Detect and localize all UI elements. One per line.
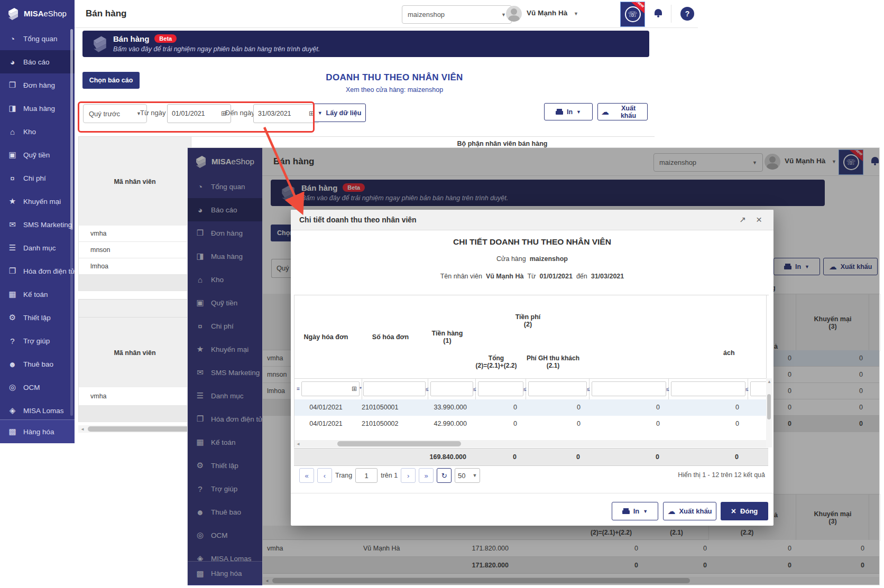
filter-op-lte[interactable]: ≤ (587, 386, 590, 392)
store-select[interactable]: maizenshop▼ (402, 5, 512, 24)
filter-op-equals[interactable]: = (297, 386, 300, 392)
to-value: 31/03/2021 (591, 273, 624, 280)
employee-value: Vũ Mạnh Hà (486, 273, 524, 280)
help-button[interactable]: ? (680, 7, 694, 21)
chevron-down-icon: ▼ (574, 11, 578, 16)
last-page-button[interactable]: » (419, 468, 434, 483)
calendar-icon[interactable]: ⊞ (352, 385, 357, 393)
scroll-left-icon[interactable]: ◄ (296, 442, 300, 446)
sidebar-item-bao-cao[interactable]: ◕Báo cáo (0, 50, 75, 73)
beta-banner[interactable]: Bán hàngBeta Bấm vào đây để trải nghiệm … (82, 31, 649, 57)
sidebar-item-ke-toan[interactable]: ▦Kế toán (0, 283, 75, 306)
export-button[interactable]: ☁Xuất khẩu (597, 103, 648, 120)
sidebar-item-tro-giup[interactable]: ?Trợ giúp (0, 329, 75, 352)
sidebar-item-quy-tien[interactable]: ▣Quỹ tiền (0, 143, 75, 166)
to-date-input[interactable]: 31/03/2021⊞ (253, 104, 319, 123)
table-total-row (78, 275, 190, 291)
modal-titlebar[interactable]: Chi tiết doanh thu theo nhân viên ↗ × (291, 210, 774, 230)
table-row[interactable]: vmha (78, 226, 190, 242)
sidebar-item-hang-hoa[interactable]: ▩Hàng hóa (0, 419, 75, 443)
filter-op-lte[interactable]: ≤ (745, 386, 749, 392)
filter-input-cut[interactable] (750, 381, 769, 396)
cell-invoice-date: 04/01/2021 (294, 416, 357, 432)
modal-store-line: Cửa hàng maizenshop (291, 255, 774, 263)
cart-icon: ◨ (8, 104, 17, 113)
page-size-select[interactable]: 50▼ (455, 468, 480, 483)
filter-input-amount[interactable] (430, 381, 474, 396)
invoice-row[interactable]: 04/01/2021 2101050002 42.990.000 0 0 0 0 (294, 416, 766, 433)
from-date-input[interactable]: 01/01/2021⊞ (167, 104, 231, 123)
prev-page-button[interactable]: ‹ (317, 468, 332, 483)
modal-vertical-scrollbar[interactable]: ▲ (766, 378, 772, 447)
table-row[interactable]: vmha (78, 387, 190, 406)
beta-badge: Beta (154, 34, 177, 43)
page-number-input[interactable]: 1 (355, 468, 377, 483)
col-header-amount: Tiền hàng(1) (423, 295, 472, 379)
sidebar-item-chi-phi[interactable]: ¤Chi phí (0, 166, 75, 190)
filter-input-invoice[interactable] (363, 381, 426, 396)
first-page-button[interactable]: « (299, 468, 314, 483)
filter-input-date[interactable]: ⊞ (301, 381, 360, 396)
sidebar-item-don-hang[interactable]: ❒Đơn hàng (0, 73, 75, 97)
bell-icon[interactable] (655, 9, 662, 15)
invoice-row[interactable]: 04/01/2021 2101050001 33.990.000 0 0 0 0 (294, 399, 766, 416)
scroll-up-icon[interactable]: ▲ (767, 379, 771, 384)
employee-label: Tên nhân viên (440, 273, 482, 280)
phone-support-button[interactable]: ☏ New (620, 2, 645, 27)
employee-table: vmha mnson lmhoa (78, 226, 190, 291)
brand-eshop: eShop (44, 9, 67, 18)
sidebar-item-danh-muc[interactable]: ☰Danh mục (0, 236, 75, 259)
filter-op-lte[interactable]: ≤ (473, 386, 476, 392)
modal-footer-divider (291, 493, 774, 493)
modal-horizontal-scrollbar[interactable]: ◄ (294, 440, 766, 447)
sidebar-item-hoa-don-dien-tu[interactable]: ❐Hóa đơn điện tử (0, 259, 75, 283)
avatar[interactable] (506, 6, 522, 22)
sidebar-item-mua-hang[interactable]: ◨Mua hàng (0, 97, 75, 120)
modal-print-button[interactable]: In▼ (612, 502, 658, 520)
filter-input-fee-total[interactable] (478, 381, 524, 396)
invoice-number-link[interactable]: 2101050002 (362, 416, 399, 432)
invoice-number-link[interactable]: 2101050001 (362, 399, 399, 416)
table-row[interactable]: mnson (78, 242, 190, 258)
caret-down-icon: ▼ (643, 509, 648, 514)
modal-close-button[interactable]: ×Đóng (721, 502, 768, 520)
table-row[interactable]: lmhoa (78, 258, 190, 275)
get-data-button[interactable]: ▼Lấy dữ liệu (313, 104, 366, 122)
next-page-button[interactable]: › (401, 468, 416, 483)
sidebar-scrollbar[interactable] (70, 29, 73, 416)
filter-op-lte[interactable]: ≤ (666, 386, 669, 392)
sidebar-item-misa-lomas[interactable]: ◈MISA Lomas (0, 399, 75, 422)
filter-op-contains[interactable]: * (360, 386, 362, 392)
expand-icon[interactable]: ↗ (739, 210, 746, 230)
filter-input-6[interactable] (592, 381, 667, 396)
list-icon: ☰ (8, 243, 17, 253)
col-group-fee: Tiền phí(2) (471, 295, 585, 346)
filter-input-fee-gh[interactable] (528, 381, 587, 396)
modal-export-button[interactable]: ☁Xuất khẩu (663, 502, 716, 520)
print-button[interactable]: In▼ (544, 103, 593, 120)
filter-input-7[interactable] (671, 381, 746, 396)
sidebar-item-sms-marketing[interactable]: ✉SMS Marketing (0, 213, 75, 236)
sidebar-item-tong-quan[interactable]: ◔Tổng quan (0, 27, 75, 50)
refresh-button[interactable]: ↻ (437, 468, 452, 483)
money-bag-icon: ¤ (8, 174, 17, 183)
sidebar-item-ocm[interactable]: ◎OCM (0, 376, 75, 399)
calculator-icon: ▦ (8, 290, 17, 299)
page-title: Bán hàng (86, 0, 126, 27)
period-select[interactable]: Quý trước▼ (83, 104, 147, 123)
choose-report-button[interactable]: Chọn báo cáo (82, 72, 140, 89)
employee-table-2: vmha (78, 387, 190, 422)
from-date-label: Từ ngày (140, 104, 165, 122)
cell-amount: 42.990.000 (423, 416, 467, 432)
sidebar-item-khuyen-mai[interactable]: ★Khuyến mại (0, 190, 75, 213)
close-icon[interactable]: × (756, 210, 762, 230)
sidebar-item-thue-bao[interactable]: ☻Thuê bao (0, 352, 75, 376)
sidebar-item-thiet-lap[interactable]: ⚙Thiết lập (0, 306, 75, 329)
modal-title: Chi tiết doanh thu theo nhân viên (299, 210, 417, 230)
user-menu[interactable]: Vũ Mạnh Hà ▼ (527, 9, 578, 17)
filter-op-lte[interactable]: ≤ (426, 386, 429, 392)
sidebar-item-kho[interactable]: ⌂Kho (0, 120, 75, 143)
filter-op-lte[interactable]: ≤ (523, 386, 527, 392)
scroll-left-icon[interactable]: ◄ (80, 427, 85, 432)
total-c6: 0 (584, 449, 659, 465)
